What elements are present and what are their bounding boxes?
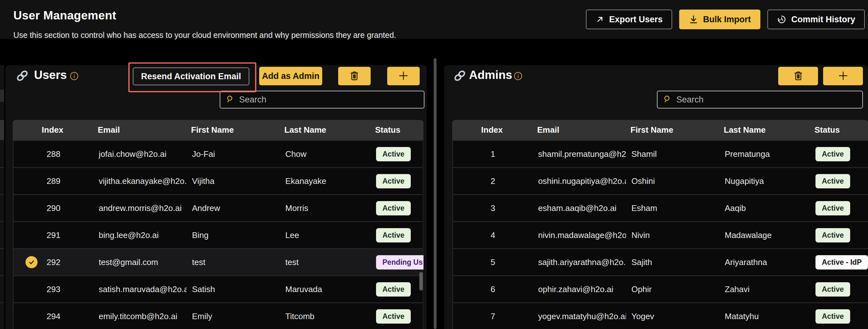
column-header-index: Index [13,125,92,135]
users-search-input[interactable] [239,95,419,105]
cell-status: Active [811,228,868,242]
bulk-import-button[interactable]: Bulk Import [679,9,761,29]
table-row[interactable]: 6 ophir.zahavi@h2o.ai Ophir Zahavi Activ… [453,275,868,302]
cell-index: 290 [14,203,93,213]
table-row[interactable]: 3 esham.aaqib@h2o.ai Esham Aaqib Active [453,194,868,221]
row-index: 294 [46,311,60,321]
cell-email: ophir.zahavi@h2o.ai [533,285,626,294]
add-user-button[interactable] [387,67,420,85]
status-badge: Active [376,201,411,216]
users-table-header: Index Email First Name Last Name Status [13,120,424,140]
cell-index: 2 [453,176,533,186]
row-index: 293 [46,285,60,294]
table-row[interactable]: 1 shamil.prematunga@h2o Shamil Prematung… [453,140,868,167]
cell-last-name: Ekanayake [280,176,372,186]
admins-search-box [657,91,863,108]
cell-first-name: Ophir [626,285,719,294]
trash-icon [793,70,804,82]
cell-last-name: Chow [280,149,372,159]
status-badge: Active [815,228,850,242]
cell-first-name: Sajith [626,257,719,267]
delete-admins-button[interactable] [778,67,818,85]
table-row[interactable]: 2 oshini.nugapitiya@h2o.a Oshini Nugapit… [453,167,868,194]
cell-email: nivin.madawalage@h2o [533,230,626,240]
table-row[interactable]: 4 nivin.madawalage@h2o Nivin Madawalage … [453,221,868,248]
cell-first-name: Emily [187,311,280,321]
cell-first-name: Satish [187,285,280,294]
users-table-scrollbar[interactable] [420,272,423,291]
plus-icon [398,70,409,83]
admins-panel: Admins Index Email First Name Last Name … [444,65,868,329]
header-actions: Export Users Bulk Import Commit History [586,9,865,29]
cell-status: Active [811,201,868,216]
cell-last-name: Ariyarathna [719,257,811,267]
cell-email: emily.titcomb@h2o.ai [93,311,187,321]
cell-status: Active - IdP [811,255,868,269]
cell-status: Active [372,174,423,188]
cell-email: test@gmail.com [93,257,187,267]
cell-last-name: Madawalage [719,230,811,240]
add-admin-button[interactable] [823,67,863,85]
cell-first-name: Esham [626,203,719,213]
cell-last-name: Prematunga [719,149,811,159]
search-icon [662,95,671,105]
table-row[interactable]: 292 test@gmail.com test test Pending Us [14,248,423,275]
table-row[interactable]: 290 andrew.morris@h2o.ai Andrew Morris A… [14,194,423,221]
cell-first-name: Shamil [626,149,719,159]
status-badge: Active [376,228,411,242]
table-row[interactable]: 293 satish.maruvada@h2o.a Satish Maruvad… [14,275,423,302]
add-as-admin-label: Add as Admin [262,71,320,81]
admins-search-input[interactable] [676,95,857,105]
check-circle-icon[interactable] [26,256,38,268]
status-badge: Pending Us [376,255,424,269]
table-row[interactable]: 288 jofai.chow@h2o.ai Jo-Fai Chow Active [14,140,423,167]
status-badge: Active - IdP [815,255,868,269]
cell-last-name: Zahavi [719,285,811,294]
table-row[interactable]: 294 emily.titcomb@h2o.ai Emily Titcomb A… [14,302,423,329]
cell-status: Active [811,309,868,324]
users-panel-title: Users [34,68,67,82]
arrow-up-right-icon [595,15,604,24]
commit-history-button[interactable]: Commit History [767,9,865,29]
panel-divider-handle[interactable] [434,58,437,329]
info-icon[interactable] [514,72,523,80]
cell-email: esham.aaqib@h2o.ai [533,203,626,213]
cell-first-name: Jo-Fai [187,149,280,159]
table-row[interactable]: 291 bing.lee@h2o.ai Bing Lee Active [14,221,423,248]
history-clock-icon [777,14,786,24]
table-row[interactable]: 289 vijitha.ekanayake@h2o.a Vijitha Ekan… [14,167,423,194]
cell-email: sajith.ariyarathna@h2o.a [533,257,626,267]
cell-status: Active [372,309,423,324]
page-title: User Management [13,9,116,22]
add-as-admin-button[interactable]: Add as Admin [259,67,322,85]
info-icon[interactable] [70,72,79,80]
page-subtitle: Use this section to control who has acce… [13,31,396,40]
admins-table-header: Index Email First Name Last Name Status [452,120,868,140]
plus-icon [837,70,849,83]
status-badge: Active [376,174,411,188]
cell-last-name: test [280,257,372,267]
status-badge: Active [815,282,850,297]
row-index: 2 [491,176,495,186]
cell-index: 294 [14,311,93,321]
table-row[interactable]: 7 yogev.matatyhu@h2o.ai Yogev Matatyhu A… [453,302,868,329]
link-icon [16,69,29,83]
row-index: 7 [491,311,495,321]
export-users-button[interactable]: Export Users [586,9,672,29]
cell-first-name: Nivin [626,230,719,240]
column-header-last-name: Last Name [718,125,810,135]
cell-first-name: Andrew [187,203,280,213]
commit-history-label: Commit History [791,14,855,25]
cell-status: Active [372,228,423,242]
column-header-last-name: Last Name [279,125,371,135]
admins-table-rows: 1 shamil.prematunga@h2o Shamil Prematung… [452,140,868,329]
cell-index: 292 [14,257,93,267]
column-header-index: Index [452,125,532,135]
users-panel: Users Resend Activation Email Add as Adm… [5,65,427,329]
resend-activation-email-button[interactable]: Resend Activation Email [133,67,249,85]
left-clipped-panel-sliver [0,65,4,329]
table-row[interactable]: 5 sajith.ariyarathna@h2o.a Sajith Ariyar… [453,248,868,275]
delete-users-button[interactable] [338,67,371,85]
status-badge: Active [815,147,850,161]
cell-status: Active [372,282,423,297]
